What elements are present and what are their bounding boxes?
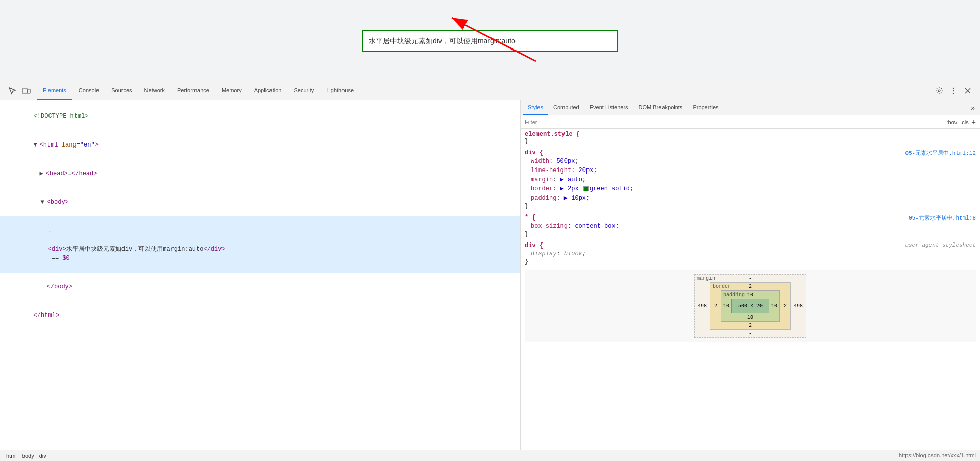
devtools-tabs: Elements Console Sources Network Perform… xyxy=(37,82,929,100)
tab-memory[interactable]: Memory xyxy=(215,82,248,100)
border-label: border xyxy=(713,284,731,289)
devtools-main: <!DOCTYPE html> ▼<html lang="en"> ▶<head… xyxy=(0,100,980,461)
margin-left-val: 498 xyxy=(695,282,710,330)
elements-panel[interactable]: <!DOCTYPE html> ▼<html lang="en"> ▶<head… xyxy=(0,100,521,461)
hov-button[interactable]: :hov xyxy=(947,119,958,125)
styles-panel: Styles Computed Event Listeners DOM Brea… xyxy=(521,100,980,461)
toolbar-icons xyxy=(2,85,37,97)
styles-subtab-dom-breakpoints[interactable]: DOM Breakpoints xyxy=(633,100,688,115)
inspect-element-button[interactable] xyxy=(6,85,18,97)
svg-point-6 xyxy=(953,88,954,89)
border-left-val: 2 xyxy=(710,290,721,322)
content-size: 500 × 20 xyxy=(731,299,769,313)
tab-application[interactable]: Application xyxy=(248,82,288,100)
html-head-line[interactable]: ▶<head>…</head> xyxy=(0,159,520,188)
css-rule-element-style: element.style { } xyxy=(525,131,976,145)
device-toggle-button[interactable] xyxy=(20,85,33,97)
styles-subtab-computed[interactable]: Computed xyxy=(548,100,584,115)
tab-performance[interactable]: Performance xyxy=(171,82,215,100)
html-doctype-line: <!DOCTYPE html> xyxy=(0,102,520,131)
breadcrumb-div[interactable]: div xyxy=(37,453,48,459)
tab-console[interactable]: Console xyxy=(72,82,105,100)
close-devtools-button[interactable] xyxy=(962,85,974,97)
padding-right-val: 10 xyxy=(769,299,779,313)
margin-bottom-val: - xyxy=(695,330,806,337)
svg-point-8 xyxy=(953,93,954,94)
styles-tabs-more-button[interactable]: » xyxy=(968,104,978,112)
demo-div-element: 水平居中块级元素如div，可以使用margin:auto xyxy=(362,30,618,52)
devtools-panel: Elements Console Sources Network Perform… xyxy=(0,82,980,461)
breadcrumb-html[interactable]: html xyxy=(4,453,19,459)
box-model-diagram: margin - 498 border 2 2 xyxy=(525,270,976,342)
html-body-line[interactable]: ▼<body> xyxy=(0,188,520,216)
tab-elements[interactable]: Elements xyxy=(37,82,72,100)
styles-subtab-event-listeners[interactable]: Event Listeners xyxy=(584,100,633,115)
cls-button[interactable]: .cls xyxy=(960,119,969,125)
styles-subtab-styles[interactable]: Styles xyxy=(523,100,548,115)
color-swatch-green[interactable] xyxy=(583,186,589,191)
browser-page-area: 水平居中块级元素如div，可以使用margin:auto xyxy=(0,0,980,82)
margin-right-val: 498 xyxy=(791,282,806,330)
svg-point-7 xyxy=(953,90,954,91)
margin-label: margin xyxy=(697,276,715,281)
devtools-url-display: https://blog.csdn.net/xxx/1.html xyxy=(899,450,980,461)
css-source-link-2[interactable]: 05-元素水平居中.html:8 xyxy=(909,214,976,222)
tab-network[interactable]: Network xyxy=(138,82,171,100)
css-source-link-1[interactable]: 05-元素水平居中.html:12 xyxy=(905,149,976,157)
css-rule-universal: * { 05-元素水平居中.html:8 box-sizing: content… xyxy=(525,214,976,238)
html-root-line[interactable]: ▼<html lang="en"> xyxy=(0,131,520,159)
tab-sources[interactable]: Sources xyxy=(105,82,138,100)
styles-tabs: Styles Computed Event Listeners DOM Brea… xyxy=(521,100,980,115)
css-rule-div-1: div { 05-元素水平居中.html:12 width: 500px; li… xyxy=(525,149,976,210)
styles-filter-bar: :hov .cls + xyxy=(521,115,980,129)
css-rule-user-agent: div { user agent stylesheet display: blo… xyxy=(525,242,976,265)
css-source-link-ua[interactable]: user agent stylesheet xyxy=(905,242,976,249)
styles-content: element.style { } div { 05-元素水平居中.html:1… xyxy=(521,129,980,461)
svg-rect-3 xyxy=(28,89,30,93)
padding-bottom-val: 10 xyxy=(721,313,779,321)
styles-subtab-properties[interactable]: Properties xyxy=(688,100,723,115)
devtools-toolbar: Elements Console Sources Network Perform… xyxy=(0,82,980,100)
svg-point-5 xyxy=(938,90,940,92)
html-html-close-line[interactable]: </html> xyxy=(0,301,520,330)
border-bottom-val: 2 xyxy=(710,322,790,329)
styles-filter-input[interactable] xyxy=(525,119,947,125)
tab-security[interactable]: Security xyxy=(287,82,320,100)
add-style-rule-button[interactable]: + xyxy=(972,118,976,126)
breadcrumb-body[interactable]: body xyxy=(20,453,36,459)
html-div-selected-line[interactable]: … <div>水平居中块级元素如div，可以使用margin:auto</div… xyxy=(0,216,520,273)
border-right-val: 2 xyxy=(780,290,790,322)
styles-filter-controls: :hov .cls + xyxy=(947,118,976,126)
tab-lighthouse[interactable]: Lighthouse xyxy=(320,82,360,100)
svg-point-4 xyxy=(24,93,26,94)
padding-left-val: 10 xyxy=(721,299,731,313)
more-options-button[interactable] xyxy=(947,85,960,97)
toolbar-right xyxy=(929,85,978,97)
settings-button[interactable] xyxy=(933,85,945,97)
html-body-close-line[interactable]: </body> xyxy=(0,273,520,301)
padding-label: padding xyxy=(723,292,745,298)
breadcrumb-bar: html body div https://blog.csdn.net/xxx/… xyxy=(0,450,980,461)
